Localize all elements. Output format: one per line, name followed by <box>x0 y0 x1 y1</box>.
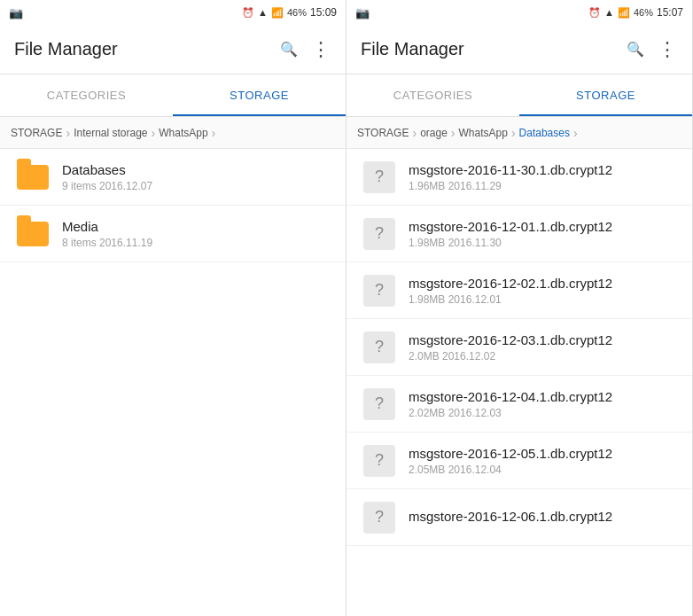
tab-storage-left[interactable]: STORAGE <box>173 74 346 116</box>
breadcrumb-sep2-left: › <box>152 126 156 140</box>
file-info-right-6: msgstore-2016-12-06.1.db.crypt12 <box>409 509 678 526</box>
file-list-left: Databases 9 items 2016.12.07 Media 8 ite… <box>0 149 346 616</box>
file-name-right-2: msgstore-2016-12-02.1.db.crypt12 <box>409 276 678 291</box>
status-left-icons: 📷 <box>9 6 23 19</box>
file-info-right-2: msgstore-2016-12-02.1.db.crypt121.98MB 2… <box>409 276 678 306</box>
file-name-right-5: msgstore-2016-12-05.1.db.crypt12 <box>409 446 678 461</box>
alarm-icon: ⏰ <box>242 7 254 19</box>
file-meta-right-0: 1.96MB 2016.11.29 <box>409 180 678 192</box>
file-name-databases: Databases <box>62 162 331 177</box>
file-icon-right-1: ? <box>361 215 398 253</box>
search-icon-left: 🔍 <box>280 41 298 58</box>
more-icon-right: ⋮ <box>658 40 677 59</box>
search-button-left[interactable]: 🔍 <box>278 39 300 60</box>
file-item-databases[interactable]: Databases 9 items 2016.12.07 <box>0 149 346 206</box>
file-name-right-0: msgstore-2016-11-30.1.db.crypt12 <box>409 162 678 177</box>
tab-categories-right[interactable]: CATEGORIES <box>346 74 519 116</box>
camera-icon: 📷 <box>9 6 23 19</box>
battery-percent-right: 46% <box>634 7 653 18</box>
camera-icon-right: 📷 <box>355 6 370 19</box>
bc-sep3-right: › <box>511 126 516 140</box>
signal-icon-right: 📶 <box>618 7 630 19</box>
status-bar-left: 📷 ⏰ ▲ 📶 46% 15:09 <box>0 0 346 25</box>
signal-icon: 📶 <box>271 7 284 19</box>
file-item-media[interactable]: Media 8 items 2016.11.19 <box>0 206 346 262</box>
file-item-right-6[interactable]: ?msgstore-2016-12-06.1.db.crypt12 <box>346 489 692 546</box>
breadcrumb-left: STORAGE › Internal storage › WhatsApp › <box>0 117 346 149</box>
bc-databases-right: Databases <box>519 127 570 139</box>
bc-sep2-right: › <box>451 126 456 140</box>
file-icon-right-6: ? <box>361 499 398 536</box>
folder-icon-databases <box>14 159 51 196</box>
status-right-info-right: ⏰ ▲ 📶 46% 15:07 <box>588 6 683 19</box>
status-bar-right: 📷 ⏰ ▲ 📶 46% 15:07 <box>346 0 692 25</box>
file-name-right-6: msgstore-2016-12-06.1.db.crypt12 <box>409 509 678 524</box>
search-button-right[interactable]: 🔍 <box>625 39 646 60</box>
file-item-right-1[interactable]: ?msgstore-2016-12-01.1.db.crypt121.98MB … <box>346 206 692 262</box>
tabs-left: CATEGORIES STORAGE <box>0 74 346 117</box>
file-item-right-3[interactable]: ?msgstore-2016-12-03.1.db.crypt122.0MB 2… <box>346 319 692 376</box>
file-name-right-4: msgstore-2016-12-04.1.db.crypt12 <box>409 389 678 404</box>
clock-right: 15:07 <box>657 6 683 19</box>
file-info-databases: Databases 9 items 2016.12.07 <box>62 162 331 192</box>
file-icon-right-4: ? <box>361 386 398 423</box>
folder-icon-media <box>14 215 51 253</box>
breadcrumb-sep3-left: › <box>212 126 216 140</box>
file-name-right-3: msgstore-2016-12-03.1.db.crypt12 <box>409 332 678 347</box>
breadcrumb-right: STORAGE › orage › WhatsApp › Databases › <box>346 117 692 149</box>
file-name-media: Media <box>62 219 331 234</box>
breadcrumb-sep1-left: › <box>66 126 70 140</box>
breadcrumb-internal-left: Internal storage <box>74 127 147 139</box>
file-item-right-4[interactable]: ?msgstore-2016-12-04.1.db.crypt122.02MB … <box>346 376 692 433</box>
file-meta-databases: 9 items 2016.12.07 <box>62 180 331 192</box>
app-title-right: File Manager <box>361 39 614 59</box>
file-info-right-4: msgstore-2016-12-04.1.db.crypt122.02MB 2… <box>409 389 678 419</box>
more-button-right[interactable]: ⋮ <box>657 39 678 60</box>
file-item-right-2[interactable]: ?msgstore-2016-12-02.1.db.crypt121.98MB … <box>346 262 692 319</box>
app-title-left: File Manager <box>14 39 268 59</box>
app-bar-right: File Manager 🔍 ⋮ <box>346 25 692 74</box>
file-meta-right-5: 2.05MB 2016.12.04 <box>409 464 678 476</box>
bc-sep1-right: › <box>412 126 417 140</box>
file-info-right-1: msgstore-2016-12-01.1.db.crypt121.98MB 2… <box>409 219 678 249</box>
panel-left: 📷 ⏰ ▲ 📶 46% 15:09 File Manager 🔍 ⋮ CATEG… <box>0 0 346 616</box>
search-icon-right: 🔍 <box>627 41 644 58</box>
panel-right: 📷 ⏰ ▲ 📶 46% 15:07 File Manager 🔍 ⋮ CATEG… <box>346 0 693 616</box>
file-item-right-5[interactable]: ?msgstore-2016-12-05.1.db.crypt122.05MB … <box>346 433 692 489</box>
wifi-icon-right: ▲ <box>604 7 614 18</box>
file-meta-right-4: 2.02MB 2016.12.03 <box>409 407 678 419</box>
bc-orage-right: orage <box>420 127 448 139</box>
status-left-icons-right: 📷 <box>355 6 370 19</box>
file-list-right: ?msgstore-2016-11-30.1.db.crypt121.96MB … <box>346 149 692 616</box>
file-icon-right-0: ? <box>361 159 398 196</box>
bc-whatsapp-right: WhatsApp <box>459 127 508 139</box>
more-button-left[interactable]: ⋮ <box>310 39 331 60</box>
file-icon-right-3: ? <box>361 329 398 366</box>
tabs-right: CATEGORIES STORAGE <box>346 74 692 117</box>
file-icon-right-5: ? <box>361 442 398 480</box>
file-meta-media: 8 items 2016.11.19 <box>62 237 331 249</box>
battery-percent-left: 46% <box>287 7 307 18</box>
file-meta-right-3: 2.0MB 2016.12.02 <box>409 350 678 363</box>
file-info-right-3: msgstore-2016-12-03.1.db.crypt122.0MB 20… <box>409 332 678 363</box>
file-info-media: Media 8 items 2016.11.19 <box>62 219 331 249</box>
file-name-right-1: msgstore-2016-12-01.1.db.crypt12 <box>409 219 678 234</box>
more-icon-left: ⋮ <box>311 40 331 59</box>
file-meta-right-1: 1.98MB 2016.11.30 <box>409 237 678 249</box>
tab-storage-right[interactable]: STORAGE <box>519 74 692 116</box>
clock-left: 15:09 <box>310 6 337 19</box>
file-icon-right-2: ? <box>361 272 398 309</box>
bc-sep4-right: › <box>573 126 578 140</box>
wifi-icon: ▲ <box>258 7 268 18</box>
file-info-right-0: msgstore-2016-11-30.1.db.crypt121.96MB 2… <box>409 162 678 192</box>
tab-categories-left[interactable]: CATEGORIES <box>0 74 173 116</box>
status-right-info: ⏰ ▲ 📶 46% 15:09 <box>242 6 337 19</box>
bc-storage-right: STORAGE <box>357 127 409 139</box>
breadcrumb-storage-left: STORAGE <box>11 127 62 139</box>
app-bar-left: File Manager 🔍 ⋮ <box>0 25 346 74</box>
breadcrumb-whatsapp-left: WhatsApp <box>159 127 207 139</box>
file-meta-right-2: 1.98MB 2016.12.01 <box>409 293 678 306</box>
alarm-icon-right: ⏰ <box>588 7 601 19</box>
file-item-right-0[interactable]: ?msgstore-2016-11-30.1.db.crypt121.96MB … <box>346 149 692 206</box>
file-info-right-5: msgstore-2016-12-05.1.db.crypt122.05MB 2… <box>409 446 678 476</box>
